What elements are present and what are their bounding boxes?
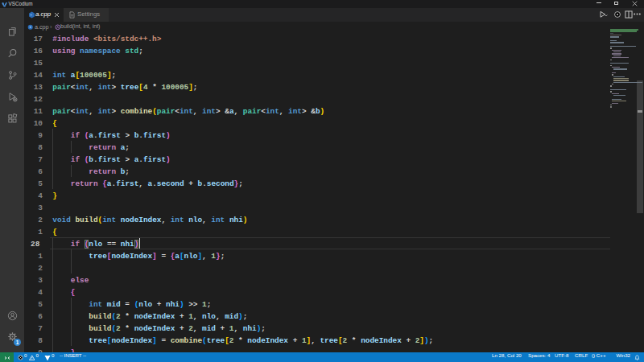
- svg-text:+: +: [30, 13, 32, 17]
